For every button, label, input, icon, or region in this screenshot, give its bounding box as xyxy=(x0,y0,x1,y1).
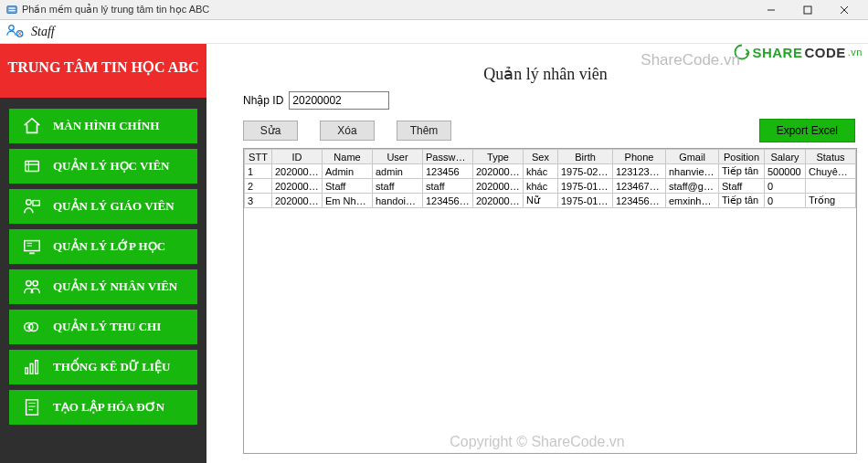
svg-rect-9 xyxy=(26,162,39,172)
table-cell[interactable]: 123123123 xyxy=(613,164,666,179)
svg-point-15 xyxy=(33,281,37,287)
column-header[interactable]: Salary xyxy=(765,150,806,164)
column-header[interactable]: User xyxy=(373,150,423,164)
table-cell[interactable]: staff xyxy=(423,179,473,194)
staff-icon xyxy=(22,277,42,297)
sidebar-item-home[interactable]: MÀN HÌNH CHÍNH xyxy=(9,109,197,143)
class-icon xyxy=(22,237,42,257)
table-cell[interactable]: admin xyxy=(373,164,423,179)
svg-rect-18 xyxy=(26,368,28,374)
column-header[interactable]: Name xyxy=(323,150,373,164)
table-cell[interactable]: 20200001 xyxy=(473,179,524,194)
table-cell[interactable]: 1 xyxy=(245,164,272,179)
table-cell[interactable]: emxinh@... xyxy=(666,194,719,208)
table-cell[interactable]: 1234567... xyxy=(613,194,666,208)
table-cell[interactable]: Tiếp tân xyxy=(719,194,765,208)
table-cell[interactable]: 123456789 xyxy=(423,194,473,208)
close-button[interactable] xyxy=(826,0,863,20)
table-cell[interactable]: Staff xyxy=(719,179,765,194)
table-cell[interactable]: khác xyxy=(524,179,558,194)
sidebar-item-stats[interactable]: THỐNG KÊ DỮ LIỆU xyxy=(9,350,197,384)
table-cell[interactable]: Staff xyxy=(323,179,373,194)
svg-rect-4 xyxy=(804,6,811,14)
teacher-icon xyxy=(22,196,42,216)
table-cell[interactable]: 2 xyxy=(245,179,272,194)
sidebar: TRUNG TÂM TIN HỌC ABC MÀN HÌNH CHÍNH QUẢ… xyxy=(0,44,206,463)
id-label: Nhập ID xyxy=(243,94,283,107)
column-header[interactable]: Phone xyxy=(613,150,666,164)
sidebar-item-classes[interactable]: QUẢN LÝ LỚP HỌC xyxy=(9,229,197,264)
sidebar-item-invoice[interactable]: TẠO LẬP HÓA ĐƠN xyxy=(9,390,197,425)
sidebar-item-finance[interactable]: QUẢN LÝ THU CHI xyxy=(9,310,197,344)
invoice-icon xyxy=(22,397,42,417)
svg-rect-13 xyxy=(29,252,35,254)
edit-button[interactable]: Sửa xyxy=(243,121,298,141)
table-cell[interactable]: khác xyxy=(524,164,558,179)
table-cell[interactable]: 20200000 xyxy=(473,164,524,179)
staff-grid[interactable]: STTIDNameUserPasswordTypeSexBirthPhoneGm… xyxy=(243,148,857,454)
table-cell[interactable]: 3 xyxy=(245,194,272,208)
sidebar-item-teachers[interactable]: QUẢN LÝ GIÁO VIÊN xyxy=(9,189,197,224)
sidebar-item-label: MÀN HÌNH CHÍNH xyxy=(53,119,159,133)
sidebar-item-label: THỐNG KÊ DỮ LIỆU xyxy=(53,360,170,374)
sidebar-item-label: QUẢN LÝ GIÁO VIÊN xyxy=(53,199,175,214)
svg-rect-19 xyxy=(30,363,33,374)
column-header[interactable]: ID xyxy=(272,150,323,164)
column-header[interactable]: Position xyxy=(719,150,765,164)
table-cell[interactable]: staff@gm... xyxy=(666,179,719,194)
maximize-button[interactable] xyxy=(789,0,826,20)
table-row[interactable]: 220200001Staffstaffstaff20200001khác1975… xyxy=(245,179,856,194)
table-row[interactable]: 120200000Adminadmin12345620200000khác197… xyxy=(245,164,856,179)
table-cell[interactable] xyxy=(806,179,856,194)
table-cell[interactable]: staff xyxy=(373,179,423,194)
column-header[interactable]: STT xyxy=(245,150,272,164)
table-cell[interactable]: handoi123 xyxy=(373,194,423,208)
svg-rect-20 xyxy=(36,361,38,374)
sidebar-item-students[interactable]: QUẢN LÝ HỌC VIÊN xyxy=(9,149,197,184)
column-header[interactable]: Gmail xyxy=(666,150,719,164)
page-title: Quản lý nhân viên xyxy=(234,64,857,84)
column-header[interactable]: Status xyxy=(806,150,856,164)
table-cell[interactable]: Tiếp tân xyxy=(719,164,765,179)
home-icon xyxy=(22,116,42,136)
svg-point-7 xyxy=(9,25,15,30)
id-input[interactable] xyxy=(289,91,389,110)
table-cell[interactable]: 1975-01-01 xyxy=(558,194,613,208)
svg-rect-2 xyxy=(9,10,16,11)
table-row[interactable]: 320200002Em Nhân ...handoi12312345678920… xyxy=(245,194,856,208)
table-cell[interactable]: nhanvien... xyxy=(666,164,719,179)
table-cell[interactable]: 0 xyxy=(765,194,806,208)
table-cell[interactable]: 123467890 xyxy=(613,179,666,194)
table-cell[interactable]: Nữ xyxy=(524,194,558,208)
sidebar-item-label: TẠO LẬP HÓA ĐƠN xyxy=(53,400,164,415)
column-header[interactable]: Sex xyxy=(524,150,558,164)
staff-label: Staff xyxy=(31,25,55,39)
table-cell[interactable]: 500000 xyxy=(765,164,806,179)
export-excel-button[interactable]: Export Excel xyxy=(759,119,855,142)
sidebar-item-staff[interactable]: QUẢN LÝ NHÂN VIÊN xyxy=(9,269,197,304)
table-cell[interactable]: 20200000 xyxy=(272,164,323,179)
table-cell[interactable]: 0 xyxy=(765,179,806,194)
sharecode-logo: SHARECODE.vn xyxy=(734,44,863,60)
table-cell[interactable]: 1975-01-01 xyxy=(558,179,613,194)
table-cell[interactable]: Trống xyxy=(806,194,856,208)
sidebar-item-label: QUẢN LÝ NHÂN VIÊN xyxy=(53,279,177,294)
delete-button[interactable]: Xóa xyxy=(320,121,375,141)
table-cell[interactable]: 20200001 xyxy=(272,179,323,194)
table-cell[interactable]: 123456 xyxy=(423,164,473,179)
sidebar-item-label: QUẢN LÝ HỌC VIÊN xyxy=(53,159,169,174)
table-cell[interactable]: 20200002 xyxy=(272,194,323,208)
minimize-button[interactable] xyxy=(753,0,789,20)
table-cell[interactable]: 1975-02-02 xyxy=(558,164,613,179)
column-header[interactable]: Type xyxy=(473,150,524,164)
svg-point-10 xyxy=(26,200,31,205)
titlebar: Phần mềm quản lý trung tâm tin học ABC xyxy=(0,0,868,20)
table-cell[interactable]: Admin xyxy=(323,164,373,179)
column-header[interactable]: Password xyxy=(423,150,473,164)
add-button[interactable]: Thêm xyxy=(397,121,451,141)
table-cell[interactable]: Chuyên c... xyxy=(806,164,856,179)
table-cell[interactable]: 20200002 xyxy=(473,194,524,208)
table-cell[interactable]: Em Nhân ... xyxy=(323,194,373,208)
column-header[interactable]: Birth xyxy=(558,150,613,164)
svg-rect-0 xyxy=(7,5,17,13)
